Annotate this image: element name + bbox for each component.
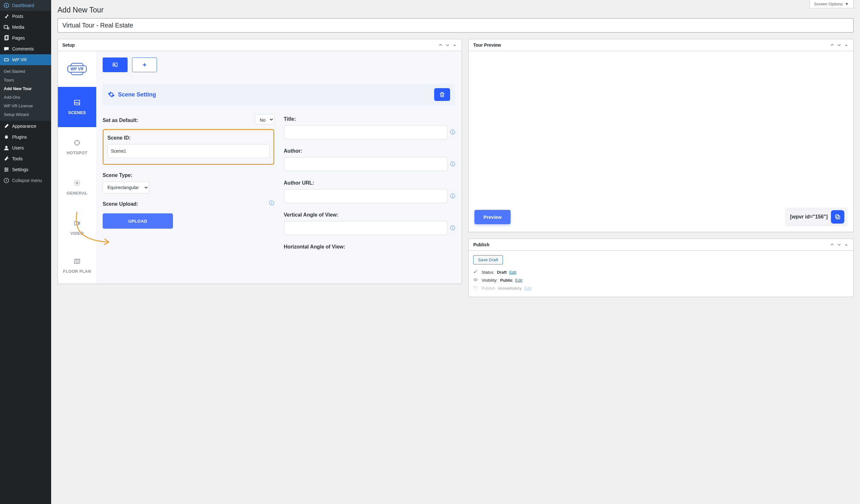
publish-postbox: Publish Save Draft Status: Draft <box>468 239 854 297</box>
visibility-label: Visibility: <box>482 278 498 283</box>
tab-label: VIDEO <box>70 231 84 236</box>
status-label: Status: <box>482 270 494 275</box>
subitem-get-started[interactable]: Get Started <box>0 67 51 76</box>
set-default-select[interactable]: No <box>255 114 274 124</box>
edit-schedule-link[interactable]: Edit <box>524 286 531 291</box>
gear-icon <box>108 91 115 98</box>
preview-heading: Tour Preview <box>473 43 501 48</box>
sliders-icon <box>3 167 10 173</box>
collapse-icon <box>3 178 10 183</box>
page-title: Add New Tour <box>51 0 860 18</box>
info-icon[interactable]: ⓘ <box>269 200 274 207</box>
setup-tabs: WP VR SCENES HOTSPOT <box>58 51 96 284</box>
save-draft-button[interactable]: Save Draft <box>473 255 503 265</box>
tab-video[interactable]: VIDEO <box>58 208 96 248</box>
info-icon[interactable]: ⓘ <box>450 193 455 199</box>
edit-visibility-link[interactable]: Edit <box>515 278 522 283</box>
svg-rect-5 <box>4 58 9 61</box>
tour-title-input[interactable] <box>58 18 854 33</box>
subitem-add-new-tour[interactable]: Add New Tour <box>0 84 51 93</box>
move-up-icon[interactable] <box>438 43 443 48</box>
move-down-icon[interactable] <box>837 242 842 247</box>
sidebar-label: Posts <box>12 14 23 19</box>
visibility-value: Public <box>500 278 513 283</box>
pages-icon <box>3 35 10 41</box>
screen-options-toggle[interactable]: Screen Options ▼ <box>809 0 854 8</box>
publish-imm-label: Publish <box>482 286 495 291</box>
upload-button[interactable]: UPLOAD <box>103 213 173 229</box>
v-angle-label: Vertical Angle of View: <box>284 212 456 218</box>
title-input[interactable] <box>284 125 448 139</box>
sidebar-item-posts[interactable]: Posts <box>0 11 51 22</box>
plus-icon <box>142 62 147 68</box>
subitem-wpvr-license[interactable]: WP VR License <box>0 102 51 110</box>
svg-point-12 <box>75 140 80 145</box>
shortcode-text: [wpvr id="156"] <box>790 214 828 220</box>
author-label: Author: <box>284 148 456 154</box>
sidebar-label: Plugins <box>12 134 27 139</box>
collapse-menu[interactable]: Collapse menu <box>0 175 51 186</box>
move-down-icon[interactable] <box>445 43 450 48</box>
sidebar-label: WP VR <box>12 57 27 62</box>
scene-tab-current[interactable] <box>103 58 128 72</box>
info-icon[interactable]: ⓘ <box>450 225 455 232</box>
svg-point-8 <box>7 169 8 170</box>
sidebar-label: Pages <box>12 35 25 41</box>
add-scene-button[interactable] <box>132 58 157 72</box>
sidebar-item-settings[interactable]: Settings <box>0 164 51 175</box>
target-icon <box>73 139 81 148</box>
move-up-icon[interactable] <box>830 242 835 247</box>
preview-button[interactable]: Preview <box>474 210 511 224</box>
move-down-icon[interactable] <box>837 43 842 48</box>
toggle-panel-icon[interactable] <box>844 43 849 48</box>
preview-canvas <box>469 51 853 208</box>
eye-icon <box>473 278 479 283</box>
move-up-icon[interactable] <box>830 43 835 48</box>
sidebar-item-users[interactable]: Users <box>0 143 51 153</box>
sidebar-item-wpvr[interactable]: WP VR <box>0 54 51 65</box>
gear-icon <box>73 179 81 188</box>
sidebar-item-media[interactable]: Media <box>0 22 51 33</box>
info-icon[interactable]: ⓘ <box>450 161 455 168</box>
scene-type-select[interactable]: Equirectangular <box>103 181 149 194</box>
scene-id-input[interactable] <box>108 144 270 158</box>
shortcode-box: [wpvr id="156"] <box>785 208 847 226</box>
subitem-tours[interactable]: Tours <box>0 76 51 84</box>
tab-scenes[interactable]: SCENES <box>58 87 96 127</box>
author-input[interactable] <box>284 157 448 171</box>
delete-scene-button[interactable] <box>434 88 450 101</box>
set-default-label: Set as Default: <box>103 118 138 123</box>
svg-point-2 <box>8 28 9 29</box>
tab-floorplan[interactable]: FLOOR PLAN <box>58 248 96 284</box>
scene-upload-label: Scene Upload: <box>103 201 138 207</box>
sidebar-item-dashboard[interactable]: Dashboard <box>0 0 51 11</box>
svg-rect-1 <box>4 26 8 28</box>
h-angle-label: Horizontal Angle of View: <box>284 244 456 250</box>
tab-general[interactable]: GENERAL <box>58 167 96 208</box>
copy-shortcode-button[interactable] <box>831 210 844 224</box>
info-icon[interactable]: ⓘ <box>450 129 455 136</box>
subitem-setup-wizard[interactable]: Setup Wizard <box>0 110 51 119</box>
author-url-label: Author URL: <box>284 180 456 186</box>
svg-point-13 <box>76 182 78 184</box>
sidebar-label: Settings <box>12 167 28 172</box>
toggle-panel-icon[interactable] <box>452 43 457 48</box>
svg-point-20 <box>475 279 476 280</box>
subitem-add-ons[interactable]: Add-Ons <box>0 93 51 102</box>
scene-id-highlight: Scene ID: <box>103 129 274 165</box>
tab-label: HOTSPOT <box>67 150 88 155</box>
sidebar-item-comments[interactable]: Comments <box>0 43 51 54</box>
edit-status-link[interactable]: Edit <box>509 270 516 275</box>
setup-heading: Setup <box>62 43 75 48</box>
scene-type-label: Scene Type: <box>103 173 274 178</box>
v-angle-input[interactable] <box>284 221 448 235</box>
wpvr-logo: WP VR <box>58 51 96 87</box>
author-url-input[interactable] <box>284 189 448 203</box>
toggle-panel-icon[interactable] <box>844 242 849 247</box>
sidebar-item-pages[interactable]: Pages <box>0 33 51 43</box>
copy-icon <box>834 214 841 220</box>
tab-hotspot[interactable]: HOTSPOT <box>58 127 96 167</box>
sidebar-item-appearance[interactable]: Appearance <box>0 121 51 132</box>
sidebar-item-tools[interactable]: Tools <box>0 153 51 164</box>
sidebar-item-plugins[interactable]: Plugins <box>0 132 51 143</box>
